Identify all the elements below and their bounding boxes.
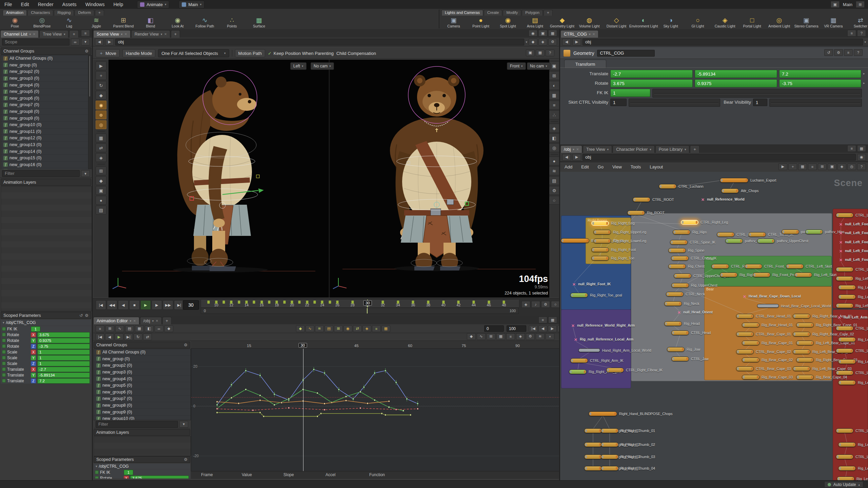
scoped-path-row[interactable]: ▾ /obj/CTRL_COG xyxy=(1,320,91,326)
network-node-ctrl-right-pinky-02[interactable]: CTRL_Right_Pinky_02 xyxy=(584,442,602,447)
ae-play-button[interactable]: ▶ xyxy=(548,325,557,332)
keyframe-point[interactable] xyxy=(216,412,218,413)
translate-x-field[interactable]: -2.7 xyxy=(610,70,693,78)
grid-snap-icon[interactable]: ⊞ xyxy=(818,163,827,170)
prev-frame-button[interactable]: ◀ xyxy=(118,300,129,310)
scoped-param-row[interactable]: ScaleY1 xyxy=(1,355,91,361)
close-icon[interactable]: × xyxy=(33,32,35,37)
normals-icon[interactable]: ≡ xyxy=(549,101,560,109)
shelf-tool-ambient-light[interactable]: ◎Ambient Light xyxy=(766,16,793,29)
forward-icon[interactable]: ▶ xyxy=(572,39,581,45)
shelf-tab-lights-and-cameras[interactable]: Lights and Cameras xyxy=(441,10,483,16)
channel-group-row[interactable]: ƒnew_group11 (0) xyxy=(1,128,92,135)
refresh-icon[interactable]: ↺ xyxy=(79,313,83,318)
network-node-ctrl-front-protection[interactable]: CTRL_Front_Protection xyxy=(745,264,762,269)
reset-icon[interactable]: ↺ xyxy=(824,49,833,56)
keyframe-point[interactable] xyxy=(274,393,275,395)
shelf-tab-animation[interactable]: Animation xyxy=(3,10,27,16)
next-key-button[interactable]: ▶▶ xyxy=(163,300,173,310)
gear-icon[interactable]: ⚙ xyxy=(85,313,88,318)
channel-group-row[interactable]: ƒnew_group4 (0) xyxy=(1,82,92,88)
scoped-param-row[interactable]: RotateZ-3.75 xyxy=(1,343,91,349)
pane-combo[interactable]: Main ▾ xyxy=(179,1,204,8)
keyframe-point[interactable] xyxy=(259,394,261,396)
network-node-rig-jaw[interactable]: Rig_Jaw xyxy=(667,347,685,352)
onion-icon[interactable]: ◎ xyxy=(549,143,560,152)
tab-obj[interactable]: /obj ▾ × xyxy=(140,317,162,324)
network-node-rig-bear-cape-04[interactable]: Rig_Bear_Cape_04 xyxy=(796,375,814,380)
network-node-rig-right-thumb-04[interactable]: Rig_Right_Thumb_04 xyxy=(601,466,618,471)
network-node-null-left-foot-back[interactable]: ×null_Left_Foot_Back xyxy=(838,231,844,236)
network-node-ctrl-left-pinky-01[interactable]: CTRL_Left_Pinky_01 xyxy=(836,428,853,433)
ae-filter-input[interactable]: Filter xyxy=(96,421,178,428)
channel-group-row[interactable]: ƒAll Channel Groups (0) xyxy=(94,349,191,356)
snapshot-icon[interactable]: ▣ xyxy=(526,49,535,56)
play-button[interactable]: ▶ xyxy=(140,300,151,310)
network-node-null-left-foot-front[interactable]: ×null_Left_Foot_Front xyxy=(838,240,844,245)
network-node-rig-left-hand[interactable]: Rig_Left_Hand xyxy=(838,380,856,385)
rotate-x-field[interactable]: 3.675 xyxy=(610,79,693,87)
network-node-ctrl-bear-cape-02[interactable]: CTRL_Bear_Cape_02 xyxy=(736,349,754,354)
network-node-rig-chest[interactable]: Rig_Chest xyxy=(668,264,686,269)
network-node-rig-right-bear-cape-03[interactable]: Rig_Right_Bear_Cape_03 xyxy=(796,358,814,362)
audio-icon[interactable]: ♪ xyxy=(531,301,540,308)
swap-toggle-icon[interactable]: ⇄ xyxy=(353,325,362,332)
keyframe-point[interactable] xyxy=(388,401,390,402)
keyframe-point[interactable] xyxy=(259,412,261,413)
layout-grid-icon[interactable]: ⊞ xyxy=(856,1,865,8)
add-node-icon[interactable]: ＋ xyxy=(788,163,797,170)
network-menu-view[interactable]: View xyxy=(608,163,626,171)
menu-edit[interactable]: Edit xyxy=(17,0,34,9)
segments-toggle-icon[interactable]: ≋ xyxy=(315,325,324,332)
help-icon[interactable]: ? xyxy=(857,163,866,170)
gear-icon[interactable]: ⚙ xyxy=(548,39,557,45)
menu-icon[interactable]: ≡ xyxy=(96,325,104,332)
menu-windows[interactable]: Windows xyxy=(81,0,109,9)
persp-view-icon[interactable]: ▣ xyxy=(549,61,560,70)
keyframe-point[interactable] xyxy=(352,398,354,400)
translate-icon[interactable]: ＋ xyxy=(96,71,106,80)
network-node-rig-head[interactable]: Rig_Head xyxy=(664,321,682,326)
add-tab-button[interactable]: + xyxy=(162,317,172,324)
go-start-button[interactable]: |◀ xyxy=(96,300,106,310)
shelf-tool-stereo-camera[interactable]: ▣Stereo Camera xyxy=(793,16,820,29)
network-node-ctrl-left-index-01[interactable]: CTRL_Left_Index_01 xyxy=(836,454,853,459)
network-node-rig-right-arm-goal[interactable]: Rig_Right_Arm_goal xyxy=(569,369,587,374)
network-node-rig-left-skirt[interactable]: Rig_Left_Skirt xyxy=(794,272,812,277)
network-node-rig-left-bear-cape-02[interactable]: Rig_Left_Bear_Cape_02 xyxy=(793,349,810,354)
chevron-down-icon[interactable]: ▾ xyxy=(81,170,90,177)
shelf-tab-rigging[interactable]: Rigging xyxy=(54,10,74,16)
network-node-attr-chops[interactable]: Attr_Chops xyxy=(721,188,739,193)
channel-group-row[interactable]: ƒnew_group13 (0) xyxy=(1,142,92,148)
network-editor-canvas[interactable]: Scene Right BonesSkirtBearCTRL_LuchannLu… xyxy=(560,172,868,480)
tab-network-obj[interactable]: /obj ▾ × xyxy=(560,145,582,153)
network-node-ctrl-head[interactable]: CTRL_Head xyxy=(671,330,689,335)
pin-icon[interactable]: ◉ xyxy=(857,154,866,161)
display-icon[interactable]: ▤ xyxy=(96,206,106,215)
pane-menu-icon[interactable]: ≡ xyxy=(81,30,90,37)
keyframe-point[interactable] xyxy=(410,414,411,416)
keyframe-point[interactable] xyxy=(288,398,290,400)
close-icon[interactable]: × xyxy=(593,32,595,37)
wave-tool-icon[interactable]: ≋ xyxy=(536,333,545,340)
shelf-tab-polygon[interactable]: Polygon xyxy=(522,10,543,16)
grid-tool-icon[interactable]: ▦ xyxy=(496,333,505,340)
network-node-blindpose-chops[interactable]: BLINDPOSE_Chops xyxy=(561,238,589,243)
ae2-end-button[interactable]: ▶| xyxy=(124,333,133,340)
shelf-tool-follow-path[interactable]: ∿Follow Path xyxy=(191,16,218,29)
shelf-tool-switcher[interactable]: ⇄Switcher xyxy=(847,16,868,29)
shelf-tool-jiggle[interactable]: ≋Jiggle xyxy=(83,16,110,29)
shelf-tool-parent-blend[interactable]: ⊞Parent Blend xyxy=(110,16,137,29)
param-value-chip[interactable]: 1 xyxy=(31,326,40,332)
network-node-rig-bear-cape-02[interactable]: Rig_Bear_Cape_02 xyxy=(742,358,760,362)
shade-icon[interactable]: ◐ xyxy=(549,81,560,90)
channel-group-row[interactable]: ƒnew_group16 (0) xyxy=(1,162,92,168)
ae-go-start-button[interactable]: |◀ xyxy=(529,325,538,332)
link-icon[interactable]: ∞ xyxy=(155,325,163,332)
ae2-play-button[interactable]: ▶ xyxy=(115,333,123,340)
auto-update-selector[interactable]: Auto Update ▴ xyxy=(824,481,863,488)
add-shelf-tab-button[interactable]: + xyxy=(95,10,104,16)
network-node-null-right-foot-ik[interactable]: ×null_Right_Foot_IK xyxy=(571,282,577,287)
gear-icon[interactable]: ⚙ xyxy=(526,333,535,340)
network-node-head-bear-cape-down-local[interactable]: ×Head_Bear_Cape_Down_Local xyxy=(742,294,747,299)
